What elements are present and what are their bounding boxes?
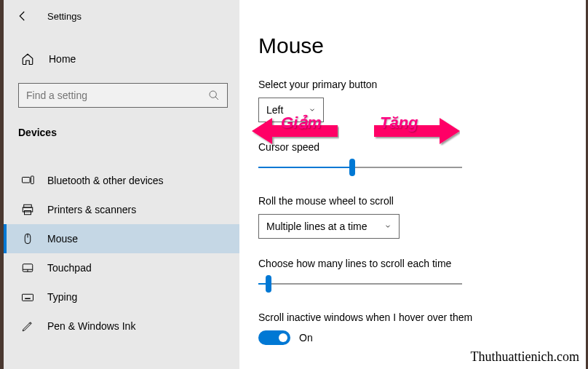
search-input[interactable] (26, 90, 201, 101)
toggle-state-label: On (299, 332, 313, 344)
svg-line-1 (215, 97, 218, 100)
nav-pen[interactable]: Pen & Windows Ink (4, 312, 239, 341)
pen-icon (21, 320, 34, 333)
nav-mouse[interactable]: Mouse (4, 224, 239, 253)
scroll-mode-dropdown[interactable]: Multiple lines at a time (258, 214, 400, 239)
nav-typing[interactable]: Typing (4, 282, 239, 312)
slider-thumb[interactable] (349, 159, 355, 176)
primary-button-dropdown[interactable]: Left (258, 98, 324, 122)
scroll-mode-label: Roll the mouse wheel to scroll (258, 195, 586, 207)
dropdown-value: Multiple lines at a time (266, 221, 368, 232)
chevron-down-icon (309, 106, 316, 114)
settings-window: Settings Home Devices Bluetooth & other … (4, 0, 586, 369)
nav-printers[interactable]: Printers & scanners (4, 195, 239, 224)
slider-thumb[interactable] (266, 275, 271, 293)
scroll-lines-slider[interactable] (258, 277, 462, 291)
back-button[interactable] (15, 9, 30, 23)
nav-home[interactable]: Home (4, 45, 239, 73)
home-icon (21, 52, 34, 66)
page-title: Mouse (258, 33, 586, 58)
app-title: Settings (47, 11, 82, 22)
inactive-scroll-label: Scroll inactive windows when I hover ove… (258, 312, 586, 323)
nav-label: Bluetooth & other devices (47, 175, 164, 186)
title-bar: Settings (4, 0, 239, 32)
printer-icon (21, 203, 34, 216)
section-header: Devices (4, 122, 239, 150)
scroll-lines-label: Choose how many lines to scroll each tim… (258, 258, 586, 269)
cursor-speed-group: Cursor speed (258, 141, 586, 175)
primary-button-group: Select your primary button Left (258, 79, 586, 122)
inactive-scroll-group: Scroll inactive windows when I hover ove… (258, 312, 586, 345)
nav-label: Pen & Windows Ink (47, 320, 135, 332)
cursor-speed-slider[interactable] (258, 160, 462, 175)
mouse-icon (21, 232, 34, 245)
search-box[interactable] (18, 83, 228, 108)
svg-point-0 (210, 91, 216, 98)
svg-rect-3 (31, 176, 34, 184)
scroll-lines-group: Choose how many lines to scroll each tim… (258, 258, 586, 291)
touchpad-icon (21, 261, 34, 274)
sidebar: Settings Home Devices Bluetooth & other … (4, 0, 239, 369)
nav-label: Touchpad (47, 262, 92, 274)
home-label: Home (49, 53, 76, 65)
nav-label: Typing (47, 291, 77, 303)
content-pane: Mouse Select your primary button Left Cu… (239, 0, 586, 369)
nav-bluetooth[interactable]: Bluetooth & other devices (4, 166, 239, 195)
inactive-scroll-toggle[interactable] (258, 330, 290, 345)
cursor-speed-label: Cursor speed (258, 141, 586, 153)
nav-label: Printers & scanners (47, 204, 136, 215)
keyboard-icon (21, 290, 34, 303)
devices-icon (21, 174, 34, 187)
svg-rect-12 (23, 294, 33, 301)
search-icon (208, 90, 220, 101)
svg-rect-6 (25, 211, 31, 215)
primary-button-label: Select your primary button (258, 79, 586, 90)
nav-label: Mouse (47, 233, 78, 245)
svg-rect-4 (24, 205, 32, 207)
chevron-down-icon (384, 223, 392, 230)
watermark: Thuthuattienich.com (471, 349, 579, 365)
dropdown-value: Left (266, 104, 283, 116)
svg-rect-2 (23, 178, 31, 183)
scroll-mode-group: Roll the mouse wheel to scroll Multiple … (258, 195, 586, 239)
toggle-knob (279, 333, 287, 342)
nav-touchpad[interactable]: Touchpad (4, 253, 239, 282)
